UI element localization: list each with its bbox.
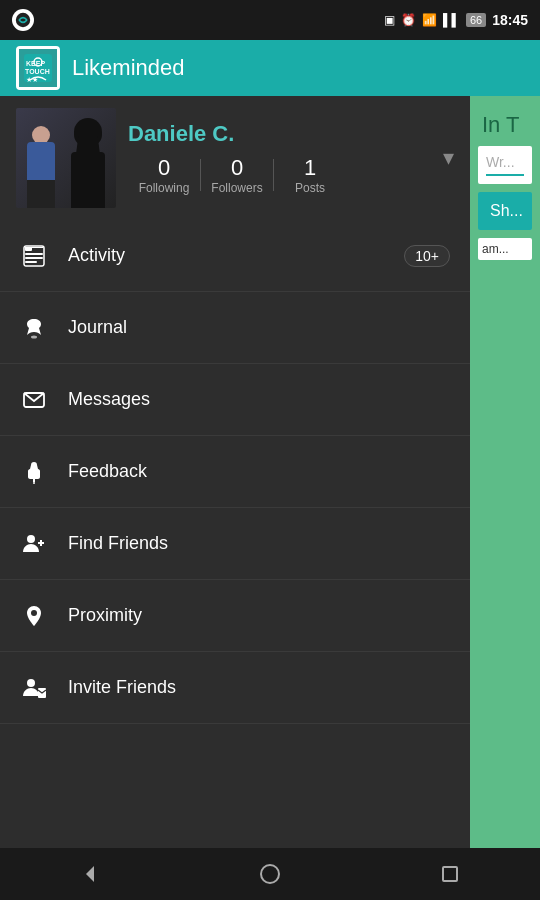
invite-friends-icon	[20, 674, 48, 702]
profile-stats: 0 Following 0 Followers 1 Posts	[128, 155, 431, 195]
logo-inner: KEEP TOUCH ★★	[19, 49, 57, 87]
clock: 18:45	[492, 12, 528, 28]
proximity-label: Proximity	[68, 605, 450, 626]
menu-item-invite-friends[interactable]: Invite Friends	[0, 652, 470, 724]
posts-label: Posts	[295, 181, 325, 195]
menu-item-messages[interactable]: Messages	[0, 364, 470, 436]
messages-label: Messages	[68, 389, 450, 410]
followers-count: 0	[231, 155, 243, 181]
svg-point-23	[261, 865, 279, 883]
messages-icon	[20, 386, 48, 414]
main-layout: Daniele C. 0 Following 0 Followers 1 Pos…	[0, 96, 540, 848]
proximity-icon	[20, 602, 48, 630]
profile-bg	[16, 108, 116, 208]
app-logo: KEEP TOUCH ★★	[16, 46, 60, 90]
signal-icon: ▌▌	[443, 13, 460, 27]
stat-following[interactable]: 0 Following	[128, 155, 200, 195]
profile-image	[16, 108, 116, 208]
find-friends-label: Find Friends	[68, 533, 450, 554]
profile-info: Daniele C. 0 Following 0 Followers 1 Pos…	[128, 121, 431, 195]
svg-point-16	[27, 535, 35, 543]
status-bar-right: ▣ ⏰ 📶 ▌▌ 66 18:45	[384, 12, 528, 28]
journal-icon	[20, 314, 48, 342]
svg-rect-7	[25, 253, 43, 255]
following-label: Following	[139, 181, 190, 195]
svg-point-20	[27, 679, 35, 687]
left-panel: Daniele C. 0 Following 0 Followers 1 Pos…	[0, 96, 470, 848]
swype-icon	[12, 9, 34, 31]
recent-apps-button[interactable]	[410, 848, 490, 900]
battery-icon: 66	[466, 13, 486, 27]
wifi-icon: 📶	[422, 13, 437, 27]
svg-point-12	[31, 335, 37, 338]
person-figure	[22, 126, 60, 208]
sim-icon: ▣	[384, 13, 395, 27]
feedback-icon	[20, 458, 48, 486]
right-write-placeholder: Wr...	[486, 154, 524, 170]
app-title: Likeminded	[72, 55, 185, 81]
svg-rect-8	[25, 257, 43, 259]
profile-chevron-icon[interactable]: ▾	[443, 145, 454, 171]
menu-item-activity[interactable]: Activity 10+	[0, 220, 470, 292]
right-panel: In T Wr... Sh... am...	[470, 96, 540, 848]
right-shop-button[interactable]: Sh...	[478, 192, 532, 230]
toolbar: KEEP TOUCH ★★ Likeminded	[0, 40, 540, 96]
svg-point-15	[33, 482, 35, 484]
menu-item-journal[interactable]: Journal	[0, 292, 470, 364]
svg-marker-22	[86, 866, 94, 882]
right-write-underline	[486, 174, 524, 176]
find-friends-icon	[20, 530, 48, 558]
status-bar: ▣ ⏰ 📶 ▌▌ 66 18:45	[0, 0, 540, 40]
bottom-nav	[0, 848, 540, 900]
svg-point-19	[31, 610, 37, 616]
activity-badge: 10+	[404, 245, 450, 267]
posts-count: 1	[304, 155, 316, 181]
right-amazon-box: am...	[478, 238, 532, 260]
menu-item-feedback[interactable]: Feedback	[0, 436, 470, 508]
svg-text:TOUCH: TOUCH	[25, 68, 50, 75]
stat-followers[interactable]: 0 Followers	[201, 155, 273, 195]
svg-rect-9	[25, 261, 37, 263]
svg-rect-14	[33, 479, 35, 482]
menu-list: Activity 10+ Journal	[0, 220, 470, 848]
status-bar-left	[12, 9, 34, 31]
menu-item-find-friends[interactable]: Find Friends	[0, 508, 470, 580]
activity-label: Activity	[68, 245, 384, 266]
back-button[interactable]	[50, 848, 130, 900]
svg-rect-24	[443, 867, 457, 881]
menu-item-proximity[interactable]: Proximity	[0, 580, 470, 652]
amazon-label: am...	[482, 242, 509, 256]
profile-section: Daniele C. 0 Following 0 Followers 1 Pos…	[0, 96, 470, 220]
svg-point-0	[16, 13, 30, 27]
home-button[interactable]	[230, 848, 310, 900]
svg-rect-10	[25, 247, 43, 248]
feedback-label: Feedback	[68, 461, 450, 482]
alarm-icon: ⏰	[401, 13, 416, 27]
invite-friends-label: Invite Friends	[68, 677, 450, 698]
journal-label: Journal	[68, 317, 450, 338]
right-in-title: In T	[478, 104, 532, 146]
stat-posts[interactable]: 1 Posts	[274, 155, 346, 195]
following-count: 0	[158, 155, 170, 181]
activity-icon	[20, 242, 48, 270]
vader-figure	[64, 118, 112, 208]
profile-name: Daniele C.	[128, 121, 431, 147]
right-write-box[interactable]: Wr...	[478, 146, 532, 184]
followers-label: Followers	[211, 181, 262, 195]
